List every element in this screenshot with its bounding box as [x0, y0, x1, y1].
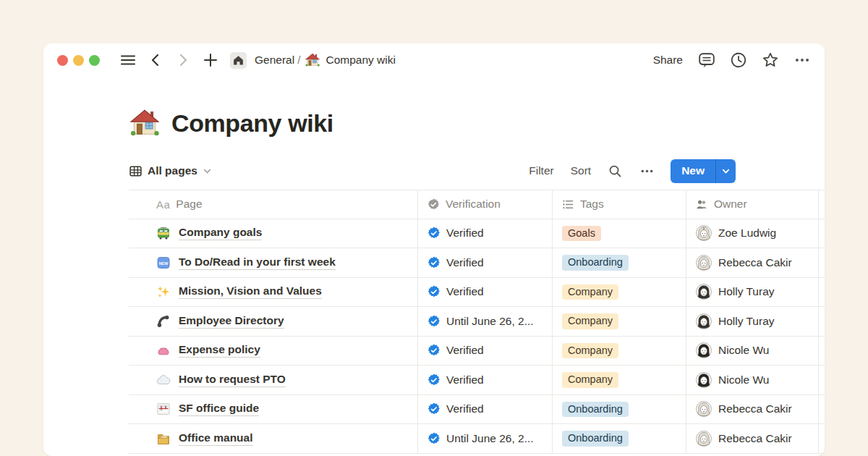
owner-cell[interactable]: Nicole Wu: [686, 366, 819, 394]
table-header-row: Aa Page Verification Tags Owner: [129, 190, 825, 219]
tags-cell[interactable]: Goals: [552, 219, 686, 248]
more-options-icon[interactable]: [793, 51, 811, 69]
owner-name: Nicole Wu: [718, 373, 769, 387]
column-header-tags[interactable]: Tags: [552, 190, 686, 219]
verification-text: Until June 26, 2...: [446, 315, 534, 328]
forward-icon[interactable]: [175, 52, 191, 68]
app-window: General / Company wiki Share Company wik…: [43, 43, 825, 456]
column-label: Owner: [714, 198, 747, 211]
new-button-dropdown[interactable]: [715, 159, 736, 183]
owner-name: Rebecca Cakir: [718, 256, 792, 269]
tag-badge: Company: [562, 284, 618, 300]
owner-cell[interactable]: Rebecca Cakir: [686, 248, 819, 277]
tag-badge: Goals: [562, 226, 601, 242]
minimize-window-button[interactable]: [73, 55, 84, 66]
header-filler: [819, 190, 825, 219]
tag-badge: Onboarding: [562, 431, 629, 447]
new-split-button: New: [671, 159, 736, 183]
page-cell: Employee Directory: [129, 307, 417, 336]
page-cell: SF office guide: [129, 395, 417, 424]
tags-cell[interactable]: Company: [552, 278, 686, 307]
owner-name: Zoe Ludwig: [718, 227, 776, 240]
verification-cell[interactable]: Verified: [417, 278, 552, 307]
page-emoji-icon: [156, 314, 171, 329]
tags-cell[interactable]: Company: [552, 337, 686, 366]
page-link[interactable]: Employee Directory: [179, 314, 284, 329]
view-name: All pages: [148, 164, 197, 177]
tag-badge: Company: [562, 372, 618, 388]
page-link[interactable]: Expense policy: [179, 343, 260, 358]
page-link[interactable]: SF office guide: [179, 402, 259, 416]
svg-text:NEW: NEW: [159, 261, 169, 265]
tags-cell[interactable]: Company: [552, 307, 686, 336]
page-link[interactable]: Company goals: [179, 226, 262, 240]
verification-cell[interactable]: Verified: [417, 395, 552, 424]
breadcrumb-root[interactable]: General: [255, 54, 294, 67]
verified-badge-icon: [427, 402, 441, 415]
column-header-owner[interactable]: Owner: [686, 190, 819, 219]
new-button[interactable]: New: [671, 159, 715, 183]
view-more-icon[interactable]: [639, 164, 655, 179]
share-button[interactable]: Share: [653, 54, 683, 67]
zoom-window-button[interactable]: [89, 55, 100, 66]
row-filler: [819, 366, 825, 394]
row-filler: [819, 219, 825, 248]
owner-cell[interactable]: Holly Turay: [686, 307, 819, 336]
page-link[interactable]: Office manual: [179, 431, 253, 446]
verification-cell[interactable]: Verified: [417, 366, 552, 394]
breadcrumb-page[interactable]: Company wiki: [326, 54, 395, 67]
owner-cell[interactable]: Nicole Wu: [686, 337, 819, 366]
page-link[interactable]: To Do/Read in your first week: [179, 256, 336, 270]
table-row: Company goals Verified Goals Zoe Ludwig: [129, 219, 825, 249]
tag-badge: Onboarding: [562, 402, 629, 418]
history-clock-icon[interactable]: [730, 51, 747, 69]
filter-button[interactable]: Filter: [529, 164, 553, 177]
verified-badge-icon: [427, 227, 441, 240]
page-cell: Mission, Vision and Values: [129, 278, 417, 307]
tags-cell[interactable]: Onboarding: [552, 424, 686, 453]
row-filler: [819, 424, 825, 453]
search-icon[interactable]: [608, 164, 623, 179]
row-filler: [819, 278, 825, 307]
column-header-page[interactable]: Aa Page: [129, 190, 417, 219]
close-window-button[interactable]: [57, 55, 68, 66]
sort-button[interactable]: Sort: [571, 164, 591, 177]
verification-text: Until June 26, 2...: [446, 432, 534, 445]
verification-cell[interactable]: Until June 26, 2...: [417, 307, 552, 336]
owner-avatar: [696, 431, 712, 447]
owner-cell[interactable]: Holly Turay: [686, 278, 819, 307]
page-link[interactable]: Mission, Vision and Values: [179, 284, 322, 299]
owner-cell[interactable]: Zoe Ludwig: [686, 219, 819, 248]
table-view-icon: [129, 164, 142, 178]
verified-badge-icon: [427, 315, 441, 328]
back-icon[interactable]: [148, 52, 163, 68]
verification-cell[interactable]: Verified: [417, 248, 552, 277]
verification-text: Verified: [446, 373, 484, 387]
column-label: Tags: [580, 198, 604, 211]
page-link[interactable]: How to request PTO: [179, 373, 286, 387]
owner-cell[interactable]: Rebecca Cakir: [686, 424, 819, 453]
verification-cell[interactable]: Verified: [417, 219, 552, 248]
sidebar-menu-icon[interactable]: [120, 52, 136, 68]
window-topbar: General / Company wiki Share: [43, 43, 825, 77]
table-row: How to request PTO Verified Company Nico…: [129, 366, 825, 395]
tags-cell[interactable]: Onboarding: [552, 248, 686, 277]
home-icon[interactable]: [230, 52, 247, 69]
page-house-emoji-icon: [129, 107, 161, 139]
chevron-down-icon: [203, 166, 212, 176]
verification-cell[interactable]: Verified: [417, 337, 552, 366]
table-row: Expense policy Verified Company Nicole W…: [129, 337, 825, 366]
favorite-star-icon[interactable]: [762, 51, 779, 69]
tags-cell[interactable]: Company: [552, 366, 686, 394]
owner-cell[interactable]: Rebecca Cakir: [686, 395, 819, 424]
page-emoji-icon: [156, 284, 171, 299]
view-selector[interactable]: All pages: [129, 164, 212, 178]
new-page-plus-icon[interactable]: [203, 52, 218, 68]
verification-cell[interactable]: Until June 26, 2...: [417, 424, 552, 453]
tag-badge: Company: [562, 313, 618, 329]
page-emoji-icon: [156, 373, 171, 387]
column-header-verification[interactable]: Verification: [417, 190, 552, 219]
tag-badge: Company: [562, 343, 618, 359]
tags-cell[interactable]: Onboarding: [552, 395, 686, 424]
comments-icon[interactable]: [698, 51, 715, 69]
